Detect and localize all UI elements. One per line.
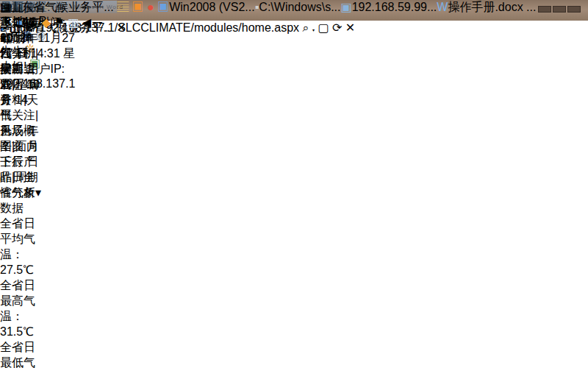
weather-stat: 全省日最低气温：24.2℃	[0, 340, 43, 368]
tab-close-icon[interactable]: ✕	[116, 21, 126, 34]
volume-icon[interactable]: ◀	[82, 16, 91, 29]
url-path: /SLCCLIMATE/modules/home.aspx	[115, 21, 299, 34]
taskbar-explorer-button[interactable]: ▤	[117, 1, 129, 13]
taskbar-ie-label: 山东省气候业务平...	[10, 1, 113, 13]
bg-minimize-icon	[538, 6, 551, 13]
taskbar-ie-button[interactable]: e 山东省气候业务平...	[0, 1, 117, 13]
search-caret-icon[interactable]: ▾	[312, 28, 315, 32]
network-icon[interactable]: ▥	[68, 16, 79, 29]
word-icon: W	[437, 1, 448, 13]
taskbar-window-buttons: ▣Win2008 (VS2...▪C:\Windows\s...▣192.168…	[157, 1, 536, 13]
remote-desktop-icon: ▣	[157, 1, 169, 13]
orange-app-icon: ▣	[132, 1, 144, 13]
media-player-icon: ●	[147, 1, 154, 13]
weather-stat: 全省日平均气温：27.5℃	[0, 216, 43, 278]
background-window-controls	[537, 2, 581, 15]
bg-close-icon	[567, 6, 581, 13]
stat-value: 31.5℃	[0, 325, 34, 338]
quick-launch-icon[interactable]: ▦	[0, 0, 11, 14]
taskbar-button-0[interactable]: ▣Win2008 (VS2...	[157, 1, 255, 13]
remote-session-icon: ▣	[341, 1, 352, 13]
folder-icon: ▤	[117, 1, 129, 13]
action-center-flag-icon[interactable]: ⚑	[54, 16, 64, 29]
taskbar-button-label: 操作手册.docx ...	[448, 1, 536, 13]
stat-label: 全省日平均气温：	[0, 217, 35, 261]
stat-label: 全省日最低气温：	[0, 341, 35, 368]
weather-panel-body: 全省日平均气温：27.5℃全省日最高气温：31.5℃全省日最低气温：24.2℃全…	[0, 216, 43, 368]
stat-label: 全省日最高气温：	[0, 279, 35, 322]
stat-value: 27.5℃	[0, 263, 34, 276]
taskbar: ⊞ ▦ e 山东省气候业务平... ▤ ▣ ● ▣Win2008 (VS2...…	[0, 0, 536, 15]
tray-security-icon[interactable]: ◆	[42, 16, 51, 29]
refresh-icon[interactable]: ⟳	[332, 21, 342, 34]
search-icon[interactable]: ⌕	[303, 21, 309, 34]
stop-icon[interactable]: ✕	[345, 21, 355, 34]
taskbar-button-1[interactable]: ▪C:\Windows\s...	[255, 1, 341, 13]
taskbar-media-button[interactable]: ●	[147, 1, 154, 13]
taskbar-button-label: 192.168.59.99...	[352, 1, 437, 13]
compatibility-icon[interactable]: ▢	[318, 21, 329, 34]
taskbar-clock[interactable]: 11:14	[0, 15, 29, 29]
bg-maximize-icon	[553, 6, 566, 13]
taskbar-button-label: C:\Windows\s...	[259, 1, 340, 13]
taskbar-button-3[interactable]: W操作手册.docx ...	[437, 1, 536, 13]
page-content: 山东省气候业务平台 欢迎您，admin 先生/小姐! 首页|数据分析▾|韵律性分…	[0, 0, 43, 368]
taskbar-button-label: Win2008 (VS2...	[169, 1, 255, 13]
taskbar-app-button[interactable]: ▣	[132, 1, 144, 13]
taskbar-button-2[interactable]: ▣192.168.59.99...	[341, 1, 437, 13]
screen: 操作手册.docx - Microsoft Word – ▢ ✕ ← → e h…	[0, 0, 588, 368]
nav-separator: |	[35, 109, 38, 121]
chevron-down-icon: ▾	[35, 186, 41, 199]
weather-stat: 全省日最高气温：31.5℃	[0, 278, 43, 340]
